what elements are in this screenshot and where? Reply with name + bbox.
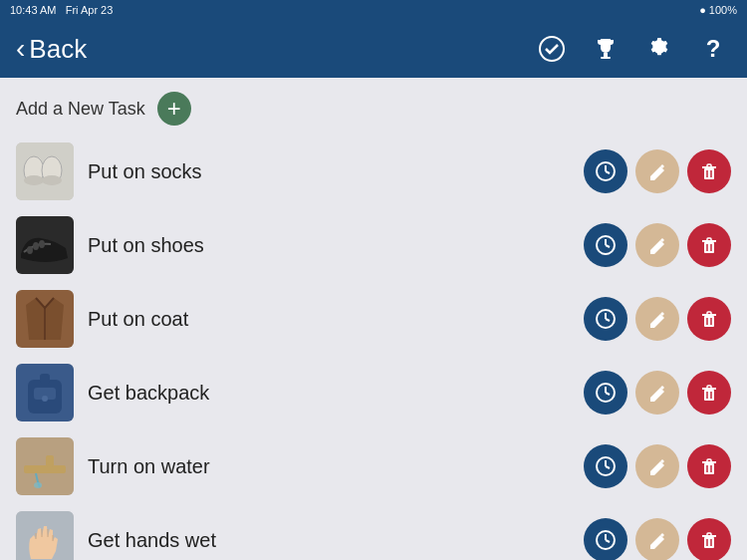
svg-rect-47 xyxy=(707,386,711,389)
task-name: Put on socks xyxy=(88,160,584,183)
task-actions xyxy=(584,297,731,341)
edit-button[interactable] xyxy=(635,223,679,267)
svg-line-65 xyxy=(606,540,610,542)
help-button[interactable]: ? xyxy=(695,31,731,67)
task-item: Get backpack xyxy=(8,357,739,428)
svg-rect-59 xyxy=(707,459,711,462)
status-bar: 10:43 AM Fri Apr 23 ● 100% xyxy=(0,0,747,20)
svg-point-18 xyxy=(33,242,39,250)
nav-icons: ? xyxy=(534,31,731,67)
svg-rect-34 xyxy=(707,312,711,315)
svg-rect-57 xyxy=(704,463,714,474)
svg-point-17 xyxy=(27,246,33,254)
task-item: Put on shoes xyxy=(8,209,739,281)
delete-button[interactable] xyxy=(687,371,731,415)
clock-button[interactable] xyxy=(584,297,627,341)
delete-button[interactable] xyxy=(687,518,731,560)
back-chevron-icon: ‹ xyxy=(16,33,25,65)
trash-icon xyxy=(698,455,720,477)
clock-button[interactable] xyxy=(584,371,627,415)
edit-button[interactable] xyxy=(635,444,679,488)
clock-button[interactable] xyxy=(584,444,627,488)
svg-rect-2 xyxy=(601,57,611,59)
task-thumbnail xyxy=(16,437,74,495)
svg-rect-11 xyxy=(704,168,714,179)
trophy-button[interactable] xyxy=(588,31,623,67)
pencil-icon xyxy=(646,160,668,182)
task-actions xyxy=(584,149,731,193)
task-item: Turn on water xyxy=(8,430,739,502)
clock-button[interactable] xyxy=(584,223,627,267)
svg-point-53 xyxy=(34,482,42,488)
task-actions xyxy=(584,223,731,267)
svg-rect-51 xyxy=(24,465,66,473)
svg-rect-45 xyxy=(704,390,714,401)
svg-line-31 xyxy=(606,319,610,321)
svg-rect-66 xyxy=(704,537,714,548)
status-battery: ● 100% xyxy=(699,4,737,16)
delete-button[interactable] xyxy=(687,444,731,488)
add-task-row: Add a New Task + xyxy=(0,78,747,136)
clock-button[interactable] xyxy=(584,149,627,193)
task-actions xyxy=(584,371,731,415)
trash-icon xyxy=(698,308,720,330)
svg-rect-23 xyxy=(704,242,714,253)
pencil-icon xyxy=(646,234,668,256)
pencil-icon xyxy=(646,455,668,477)
edit-button[interactable] xyxy=(635,371,679,415)
clock-icon xyxy=(595,529,617,551)
task-name: Put on coat xyxy=(88,308,584,331)
trash-icon xyxy=(698,234,720,256)
trash-icon xyxy=(698,529,720,551)
task-thumbnail xyxy=(16,364,74,421)
add-task-label: Add a New Task xyxy=(16,99,145,120)
back-button[interactable]: ‹ Back xyxy=(16,33,87,65)
svg-rect-13 xyxy=(707,164,711,167)
trash-icon xyxy=(698,160,720,182)
status-time-date: 10:43 AM Fri Apr 23 xyxy=(10,4,113,16)
task-name: Get hands wet xyxy=(88,529,584,552)
svg-rect-32 xyxy=(704,316,714,327)
task-name: Turn on water xyxy=(88,455,584,478)
add-icon: + xyxy=(167,97,181,121)
svg-point-7 xyxy=(42,175,62,185)
edit-button[interactable] xyxy=(635,518,679,560)
svg-rect-25 xyxy=(707,238,711,241)
task-list: Put on socks xyxy=(0,136,747,560)
svg-rect-40 xyxy=(40,374,50,384)
svg-rect-52 xyxy=(46,455,54,467)
task-item: Get hands wet xyxy=(8,504,739,560)
task-thumbnail xyxy=(16,511,74,560)
delete-button[interactable] xyxy=(687,223,731,267)
question-icon: ? xyxy=(706,35,721,63)
svg-rect-1 xyxy=(604,53,608,57)
clock-icon xyxy=(595,308,617,330)
task-item: Put on socks xyxy=(8,136,739,207)
edit-button[interactable] xyxy=(635,297,679,341)
clock-icon xyxy=(595,160,617,182)
delete-button[interactable] xyxy=(687,149,731,193)
clock-button[interactable] xyxy=(584,518,627,560)
settings-button[interactable] xyxy=(641,31,677,67)
svg-point-19 xyxy=(39,240,45,248)
svg-rect-68 xyxy=(707,533,711,536)
nav-bar: ‹ Back ? xyxy=(0,20,747,78)
delete-button[interactable] xyxy=(687,297,731,341)
pencil-icon xyxy=(646,382,668,404)
gear-icon xyxy=(646,36,672,62)
back-label: Back xyxy=(29,34,87,65)
pencil-icon xyxy=(646,529,668,551)
svg-line-44 xyxy=(606,393,610,395)
checkmark-icon xyxy=(539,36,565,62)
task-actions xyxy=(584,444,731,488)
edit-button[interactable] xyxy=(635,149,679,193)
add-task-button[interactable]: + xyxy=(157,92,191,126)
svg-point-41 xyxy=(42,396,48,402)
svg-point-0 xyxy=(540,37,564,61)
clock-icon xyxy=(595,382,617,404)
task-thumbnail xyxy=(16,290,74,348)
task-name: Get backpack xyxy=(88,382,584,405)
pencil-icon xyxy=(646,308,668,330)
clock-icon xyxy=(595,455,617,477)
checkmark-button[interactable] xyxy=(534,31,570,67)
